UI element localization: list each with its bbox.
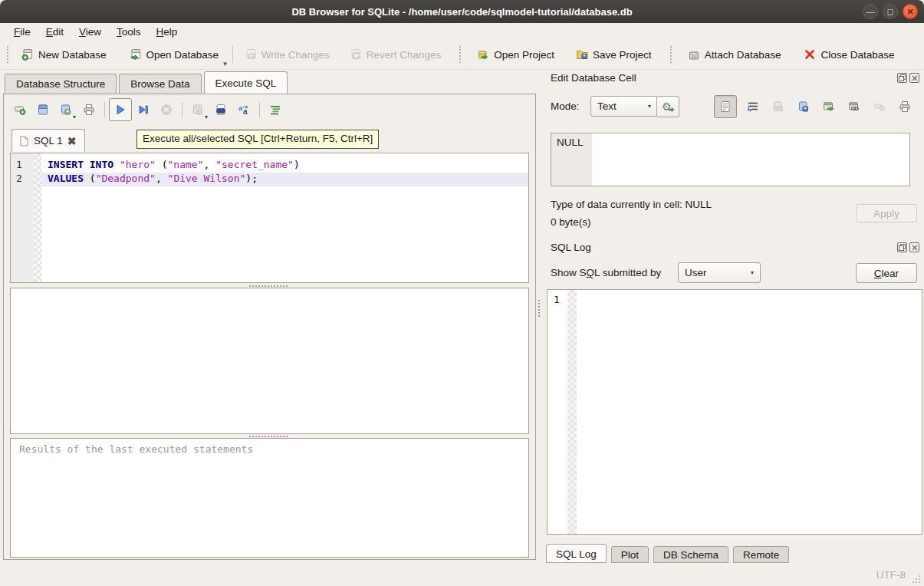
close-log-panel-icon[interactable] — [909, 242, 919, 252]
execute-all-icon — [114, 104, 127, 116]
sql-document-icon — [19, 136, 29, 146]
sql-tab-close-icon[interactable]: ✖ — [67, 135, 77, 147]
cell-editor-area[interactable] — [592, 133, 909, 186]
open-database-dropdown[interactable]: ▾ — [223, 60, 227, 69]
tab-database-structure[interactable]: Database Structure — [5, 74, 117, 94]
menu-edit[interactable]: Edit — [38, 25, 71, 39]
code-line[interactable]: INSERT INTO "hero" ("name", "secret_name… — [41, 159, 528, 173]
editor-code-area[interactable]: INSERT INTO "hero" ("name", "secret_name… — [41, 153, 528, 282]
clear-log-button[interactable]: Clear — [856, 263, 917, 283]
sql-log-box[interactable]: 1 — [547, 289, 922, 535]
edit-cell-dock-icons — [897, 73, 919, 83]
tab-sql-log[interactable]: SQL Log — [546, 544, 607, 563]
code-line[interactable]: VALUES ("Deadpond", "Dive Wilson"); — [41, 173, 528, 186]
cell-type-info: Type of data currently in cell: NULL — [551, 199, 712, 210]
mode-label: Mode: — [551, 100, 580, 112]
open-database-label: Open Database — [146, 49, 219, 61]
new-database-label: New Database — [38, 49, 107, 61]
resize-grip[interactable] — [910, 573, 921, 584]
close-database-button[interactable]: Close Database — [797, 44, 900, 64]
attach-database-button[interactable]: Attach Database — [682, 44, 788, 64]
sql-log-dock-icons — [897, 242, 919, 252]
save-project-button[interactable]: Save Project — [570, 44, 658, 64]
close-button[interactable]: ✕ — [903, 4, 918, 19]
menu-file[interactable]: File — [6, 25, 38, 39]
execute-line-button[interactable] — [132, 98, 155, 121]
open-database-button[interactable]: Open Database — [123, 44, 225, 64]
open-external-button[interactable] — [820, 97, 838, 116]
execute-sql-panel: ▾ — [3, 94, 536, 560]
open-sql-file-button[interactable] — [31, 98, 54, 121]
sql-file-tab[interactable]: SQL 1 ✖ — [12, 129, 85, 152]
new-database-button[interactable]: New Database — [15, 44, 113, 64]
revert-changes-icon — [350, 48, 362, 61]
save-project-icon — [576, 48, 588, 61]
set-null-icon — [873, 100, 886, 113]
tab-remote[interactable]: Remote — [733, 546, 789, 563]
toolbar-drag-handle[interactable] — [7, 46, 12, 63]
float-panel-icon[interactable] — [897, 73, 907, 83]
toolbar-drag-handle-2[interactable] — [459, 46, 464, 63]
log-filter-combobox[interactable]: User ▾ — [678, 262, 761, 283]
set-null-button — [870, 97, 889, 116]
print-button[interactable] — [77, 98, 100, 121]
cell-editor-box[interactable]: NULL — [551, 133, 910, 186]
execute-all-button[interactable] — [109, 98, 132, 121]
print-icon — [83, 104, 95, 116]
word-wrap-button[interactable] — [744, 97, 762, 116]
panel-splitter[interactable] — [537, 70, 542, 538]
stop-icon — [160, 104, 173, 116]
gear-apply-icon: ⚙ — [661, 100, 675, 114]
sql-editor[interactable]: 12 INSERT INTO "hero" ("name", "secret_n… — [10, 153, 529, 283]
float-log-panel-icon[interactable] — [897, 242, 907, 252]
tab-execute-sql[interactable]: Execute SQL — [204, 71, 288, 94]
editor-results-splitter[interactable] — [249, 285, 288, 287]
close-database-label: Close Database — [820, 49, 894, 61]
save-project-label: Save Project — [593, 49, 652, 61]
results-placeholder: Results of the last executed statements — [11, 439, 528, 455]
mode-combobox[interactable]: Text ▾ — [590, 96, 658, 117]
close-panel-icon[interactable] — [909, 73, 919, 83]
menu-tools[interactable]: Tools — [109, 25, 149, 39]
main-tab-bar: Database Structure Browse Data Execute S… — [5, 72, 290, 94]
text-mode-button[interactable] — [714, 95, 737, 118]
save-sql-file-button[interactable]: ▾ — [54, 98, 77, 121]
editor-fold-margin — [34, 153, 41, 282]
sql-editor-toolbar: ▾ — [8, 98, 287, 121]
print-cell-button[interactable] — [896, 97, 914, 116]
grid-message-splitter[interactable] — [249, 436, 288, 437]
title-bar[interactable]: DB Browser for SQLite - /home/user/code/… — [0, 0, 924, 23]
window-title: DB Browser for SQLite - /home/user/code/… — [291, 6, 632, 18]
new-sql-tab-button[interactable] — [8, 98, 31, 121]
copy-link-button[interactable] — [845, 97, 863, 116]
sql-tab-label: SQL 1 — [34, 135, 63, 146]
find-replace-button[interactable]: a a — [232, 98, 255, 121]
auto-apply-button[interactable]: ⚙ — [656, 96, 679, 117]
write-changes-label: Write Changes — [261, 49, 330, 61]
save-sql-dropdown[interactable]: ▾ — [73, 114, 76, 120]
apply-button: Apply — [856, 204, 917, 222]
sql-toolbar-separator-2 — [182, 102, 182, 117]
open-project-button[interactable]: Open Project — [471, 44, 561, 64]
format-button[interactable] — [264, 98, 287, 121]
save-as-icon — [797, 100, 810, 113]
tab-plot[interactable]: Plot — [611, 546, 649, 563]
find-button[interactable] — [209, 98, 232, 121]
export-button[interactable] — [794, 97, 813, 116]
results-message-pane[interactable]: Results of the last executed statements — [10, 438, 529, 558]
tab-db-schema[interactable]: DB Schema — [653, 546, 728, 563]
log-line-number: 1 — [547, 290, 567, 534]
maximize-button[interactable]: ◻ — [883, 4, 898, 19]
import-button — [769, 97, 788, 116]
mode-value: Text — [597, 100, 617, 112]
tab-browse-data[interactable]: Browse Data — [119, 74, 201, 94]
menu-view[interactable]: View — [71, 25, 109, 39]
minimize-button[interactable]: — — [863, 4, 878, 19]
new-tab-icon — [14, 104, 26, 116]
toolbar-drag-handle-3[interactable] — [670, 46, 675, 63]
results-grid-pane[interactable] — [10, 288, 529, 434]
menu-help[interactable]: Help — [149, 25, 186, 39]
save-results-button: ▾ — [186, 98, 209, 121]
log-content-area[interactable] — [577, 290, 922, 534]
log-filter-value: User — [685, 267, 707, 278]
